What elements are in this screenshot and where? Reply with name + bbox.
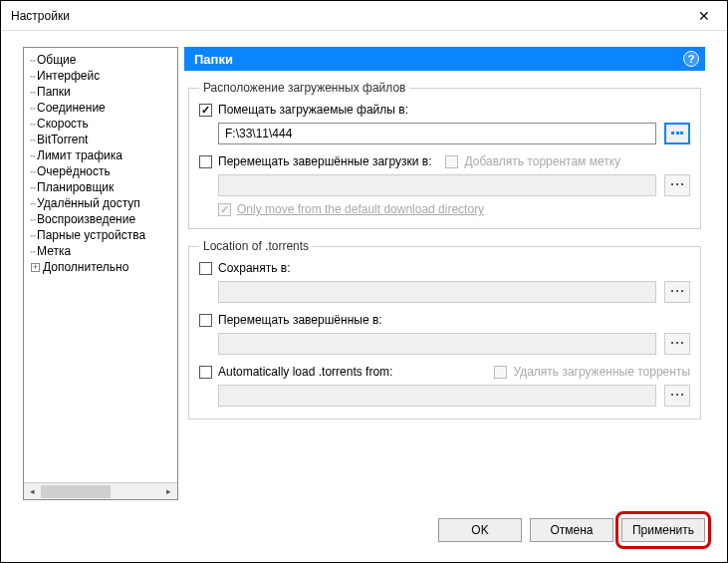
category-tree: ⋯Общие ⋯Интерфейс ⋯Папки ⋯Соединение ⋯Ск… [23, 47, 178, 500]
tree-item-remote[interactable]: ⋯Удалённый доступ [26, 195, 175, 211]
row-move-torrents: Перемещать завершённые в: [199, 313, 690, 327]
move-completed-browse-button [664, 174, 690, 196]
only-move-checkbox [218, 203, 231, 216]
ok-button[interactable]: OK [438, 518, 522, 542]
delete-loaded-checkbox [494, 366, 507, 379]
titlebar: Настройки ✕ [1, 1, 727, 31]
scroll-track[interactable] [41, 483, 160, 499]
tree-item-paired-devices[interactable]: ⋯Парные устройства [26, 227, 175, 243]
move-torrents-path-input [218, 333, 656, 355]
save-in-label: Сохранять в: [218, 261, 290, 275]
group2-legend: Location of .torrents [199, 239, 313, 253]
tree-item-advanced[interactable]: +Дополнительно [26, 259, 175, 275]
tree-item-folders[interactable]: ⋯Папки [26, 84, 175, 100]
row-move-completed: Перемещать завершённые загрузки в: Добав… [199, 154, 690, 168]
tree-item-queue[interactable]: ⋯Очерёдность [26, 163, 175, 179]
put-in-path-input[interactable]: F:\33\11\444 [218, 123, 656, 144]
save-in-checkbox[interactable] [199, 262, 212, 275]
put-in-browse-button[interactable] [664, 123, 690, 144]
apply-button[interactable]: Применить [621, 518, 705, 542]
move-torrents-label: Перемещать завершённые в: [218, 313, 382, 327]
add-label-checkbox [445, 155, 458, 168]
put-in-label: Помещать загружаемые файлы в: [218, 103, 408, 117]
tree-list: ⋯Общие ⋯Интерфейс ⋯Папки ⋯Соединение ⋯Ск… [24, 48, 177, 482]
row-put-in-path: F:\33\11\444 [218, 123, 690, 144]
tree-item-interface[interactable]: ⋯Интерфейс [26, 68, 175, 84]
row-put-in: Помещать загружаемые файлы в: [199, 103, 690, 117]
tree-item-playback[interactable]: ⋯Воспроизведение [26, 211, 175, 227]
close-icon[interactable]: ✕ [689, 8, 719, 24]
move-completed-label: Перемещать завершённые загрузки в: [218, 154, 431, 168]
move-torrents-checkbox[interactable] [199, 314, 212, 327]
save-in-browse-button [664, 281, 690, 303]
row-autoload-path [218, 385, 690, 407]
client-area: ⋯Общие ⋯Интерфейс ⋯Папки ⋯Соединение ⋯Ск… [23, 47, 705, 500]
window-title: Настройки [11, 9, 70, 23]
content-panel: Папки ? Расположение загруженных файлов … [184, 47, 705, 500]
tree-item-scheduler[interactable]: ⋯Планировщик [26, 179, 175, 195]
tree-item-connection[interactable]: ⋯Соединение [26, 100, 175, 116]
group1-legend: Расположение загруженных файлов [199, 81, 409, 95]
row-move-completed-path [218, 174, 690, 196]
autoload-label: Automatically load .torrents from: [218, 365, 392, 379]
scroll-right-icon[interactable]: ▸ [160, 483, 177, 499]
section-header: Папки ? [184, 47, 705, 71]
add-label-label: Добавлять торрентам метку [464, 154, 620, 168]
help-icon[interactable]: ? [683, 51, 699, 67]
row-save-in: Сохранять в: [199, 261, 690, 275]
group-torrent-location: Location of .torrents Сохранять в: Перем… [188, 239, 701, 420]
move-torrents-browse-button [664, 333, 690, 355]
tree-item-speed[interactable]: ⋯Скорость [26, 116, 175, 132]
move-completed-checkbox[interactable] [199, 155, 212, 168]
row-move-torrents-path [218, 333, 690, 355]
dialog-buttons: OK Отмена Применить [438, 518, 705, 542]
scroll-thumb[interactable] [41, 485, 111, 498]
settings-window: Настройки ✕ ⋯Общие ⋯Интерфейс ⋯Папки ⋯Со… [0, 0, 728, 563]
autoload-checkbox[interactable] [199, 366, 212, 379]
row-only-move: Only move from the default download dire… [218, 202, 690, 216]
only-move-label: Only move from the default download dire… [237, 202, 484, 216]
tree-item-traffic-limit[interactable]: ⋯Лимит трафика [26, 147, 175, 163]
autoload-path-input [218, 385, 656, 407]
row-save-in-path [218, 281, 690, 303]
cancel-button[interactable]: Отмена [530, 518, 613, 542]
group-downloaded-location: Расположение загруженных файлов Помещать… [188, 81, 701, 229]
row-autoload: Automatically load .torrents from: Удаля… [199, 365, 690, 379]
put-in-checkbox[interactable] [199, 104, 212, 117]
section-title: Папки [194, 52, 233, 67]
tree-item-label[interactable]: ⋯Метка [26, 243, 175, 259]
save-in-path-input [218, 281, 656, 303]
tree-hscrollbar[interactable]: ◂ ▸ [24, 482, 177, 499]
tree-item-general[interactable]: ⋯Общие [26, 52, 175, 68]
move-completed-path-input [218, 174, 656, 196]
delete-loaded-label: Удалять загруженные торренты [513, 365, 690, 379]
tree-item-bittorrent[interactable]: ⋯BitTorrent [26, 132, 175, 147]
autoload-browse-button [664, 385, 690, 407]
scroll-left-icon[interactable]: ◂ [24, 483, 41, 499]
